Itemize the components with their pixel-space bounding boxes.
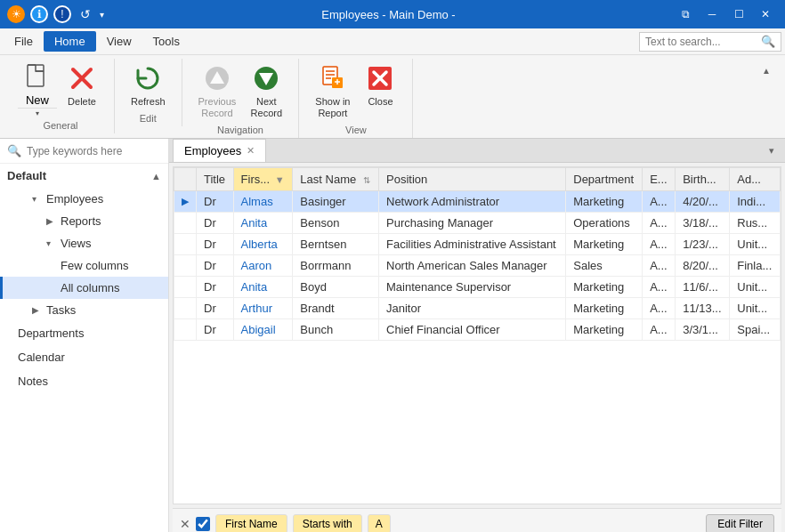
cell-5: Marketing — [566, 234, 643, 255]
delete-button[interactable]: Delete — [61, 59, 103, 111]
col-department[interactable]: Department — [566, 168, 643, 191]
col-firstname[interactable]: Firs... ▼ — [233, 168, 293, 191]
table-row[interactable]: DrArthurBrandtJanitorMarketingA...11/13.… — [174, 298, 781, 319]
sidebar-search[interactable]: 🔍 — [0, 139, 168, 164]
default-label: Default — [7, 169, 46, 182]
title-bar: ☀ ℹ ! ↺ ▾ Employees - Main Demo - ⧉ ─ ☐ … — [0, 0, 785, 28]
refresh-label: Refresh — [131, 96, 166, 108]
search-input[interactable] — [645, 36, 761, 48]
search-box[interactable]: 🔍 — [639, 32, 781, 52]
ribbon-collapse-button[interactable]: ▲ — [755, 62, 778, 79]
app-icon-orange: ☀ — [7, 5, 25, 23]
navigation-group-label: Navigation — [217, 125, 263, 138]
sidebar-item-notes[interactable]: Notes — [0, 369, 168, 393]
navigation-buttons: Previous Record Next Record — [193, 59, 288, 123]
close-button[interactable]: ✕ — [753, 5, 778, 23]
sidebar-section-default: Default ▲ ▾ Employees ▶ Reports ▾ Views … — [0, 164, 168, 321]
cell-2[interactable]: Abigail — [233, 319, 293, 341]
cell-2[interactable]: Alberta — [233, 234, 293, 255]
sidebar-default-header[interactable]: Default ▲ — [0, 164, 168, 188]
sidebar-item-tasks[interactable]: ▶ Tasks — [0, 299, 168, 321]
cell-3: Benson — [293, 213, 379, 234]
filter-checkbox[interactable] — [196, 517, 210, 531]
cell-5: Sales — [566, 255, 643, 277]
table-row[interactable]: DrAnitaBensonPurchasing ManagerOperation… — [174, 213, 781, 234]
sidebar-item-calendar[interactable]: Calendar — [0, 345, 168, 369]
col-ad[interactable]: Ad... — [730, 168, 781, 191]
restore-button[interactable]: ⧉ — [673, 5, 698, 23]
cell-8: Spai... — [730, 319, 781, 341]
cell-4: Maintenance Supervisor — [379, 277, 566, 298]
cell-2[interactable]: Aaron — [233, 255, 293, 277]
cell-7: 3/18/... — [676, 213, 730, 234]
edit-filter-button[interactable]: Edit Filter — [706, 514, 774, 532]
filter-operator-badge[interactable]: Starts with — [293, 514, 362, 532]
employees-expand-icon: ▾ — [32, 194, 43, 204]
table-row[interactable]: DrAbigailBunchChief Financial OfficerMar… — [174, 319, 781, 341]
reports-label: Reports — [61, 214, 101, 228]
table-row[interactable]: DrAaronBorrmannNorth American Sales Mana… — [174, 255, 781, 277]
tab-close-icon[interactable]: ✕ — [247, 145, 255, 157]
cell-2[interactable]: Anita — [233, 213, 293, 234]
sidebar-search-input[interactable] — [27, 145, 161, 157]
refresh-icon — [132, 62, 164, 94]
col-position[interactable]: Position — [379, 168, 566, 191]
sidebar-item-employees[interactable]: ▾ Employees — [0, 188, 168, 210]
cell-1: Dr — [197, 213, 234, 234]
views-label: Views — [61, 237, 91, 250]
ribbon-group-navigation: Previous Record Next Record Navigation — [182, 59, 300, 138]
table-row[interactable]: DrAnitaBoydMaintenance SupervisorMarketi… — [174, 277, 781, 298]
col-lastname[interactable]: Last Name ⇅ — [293, 168, 379, 191]
show-in-report-button[interactable]: Show in Report — [310, 59, 355, 123]
menu-view[interactable]: View — [96, 31, 142, 52]
new-button[interactable]: New — [18, 59, 57, 107]
cell-6: A... — [643, 234, 676, 255]
data-table: Title Firs... ▼ Last Name ⇅ Position Dep… — [174, 167, 781, 341]
view-group-label: View — [345, 125, 367, 138]
menu-file[interactable]: File — [4, 31, 44, 52]
cell-3: Brandt — [293, 298, 379, 319]
refresh-icon-title[interactable]: ↺ — [80, 7, 91, 21]
filter-clear-button[interactable]: ✕ — [180, 517, 190, 531]
filter-value-badge[interactable]: A — [368, 514, 391, 532]
cell-3: Berntsen — [293, 234, 379, 255]
app-icon-dark: ! — [53, 5, 71, 23]
refresh-button[interactable]: Refresh — [125, 59, 171, 111]
calendar-label: Calendar — [18, 351, 65, 364]
table-row[interactable]: ▶DrAlmasBasingerNetwork AdministratorMar… — [174, 191, 781, 213]
sidebar-item-views[interactable]: ▾ Views — [0, 232, 168, 254]
col-e[interactable]: E... — [643, 168, 676, 191]
sidebar-item-all-columns[interactable]: All columns — [0, 277, 168, 299]
filter-field-badge[interactable]: First Name — [215, 514, 287, 532]
cell-0 — [174, 234, 197, 255]
cell-2[interactable]: Anita — [233, 277, 293, 298]
tab-collapse-button[interactable]: ▾ — [762, 141, 781, 160]
menu-home[interactable]: Home — [44, 31, 96, 52]
minimize-button[interactable]: ─ — [700, 5, 724, 23]
next-record-button[interactable]: Next Record — [245, 59, 287, 123]
sidebar-item-departments[interactable]: Departments — [0, 321, 168, 345]
tab-bar: Employees ✕ ▾ — [169, 139, 785, 163]
menu-tools[interactable]: Tools — [142, 31, 190, 52]
maximize-button[interactable]: ☐ — [726, 5, 751, 23]
sidebar-item-few-columns[interactable]: Few columns — [0, 254, 168, 277]
employees-tab[interactable]: Employees ✕ — [173, 139, 266, 162]
cell-5: Marketing — [566, 319, 643, 341]
cell-8: Unit... — [730, 277, 781, 298]
cell-8: Finla... — [730, 255, 781, 277]
data-table-container[interactable]: Title Firs... ▼ Last Name ⇅ Position Dep… — [173, 166, 781, 504]
sidebar-item-reports[interactable]: ▶ Reports — [0, 210, 168, 232]
prev-record-button[interactable]: Previous Record — [193, 59, 242, 123]
table-row[interactable]: DrAlbertaBerntsenFacilities Administrati… — [174, 234, 781, 255]
cell-0 — [174, 255, 197, 277]
col-birth[interactable]: Birth... — [676, 168, 730, 191]
close-view-button[interactable]: Close — [359, 59, 401, 111]
cell-2[interactable]: Almas — [233, 191, 293, 213]
cell-1: Dr — [197, 298, 234, 319]
col-title[interactable]: Title — [197, 168, 234, 191]
new-button-wrap: New ▾ — [18, 59, 57, 118]
cell-1: Dr — [197, 319, 234, 341]
cell-2[interactable]: Arthur — [233, 298, 293, 319]
cell-6: A... — [643, 191, 676, 213]
new-dropdown-button[interactable]: ▾ — [18, 108, 57, 118]
